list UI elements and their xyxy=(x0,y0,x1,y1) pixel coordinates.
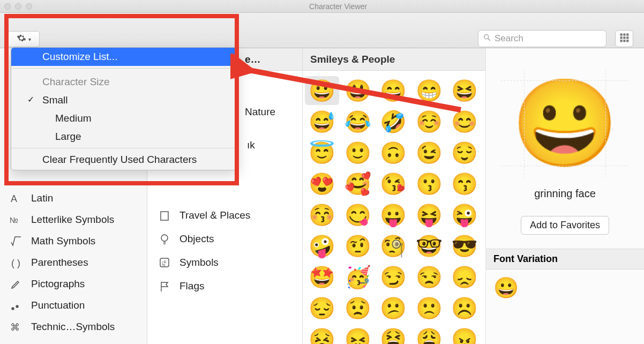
svg-text:%: % xyxy=(162,263,165,267)
sidebar-item-letterlike[interactable]: № Letterlike Symbols xyxy=(0,209,147,230)
emoji-cell[interactable]: 😌 xyxy=(447,138,482,167)
row-fragment-nature: Nature xyxy=(245,106,275,118)
emoji-grid: 😀😃😄😁😆😅😂🤣☺️😊😇🙂🙃😉😌😍🥰😘😗😙😚😋😛😝😜🤪🤨🧐🤓😎🤩🥳😏😒😞😔😟😕🙁… xyxy=(303,71,485,344)
emoji-cell[interactable]: 😝 xyxy=(412,200,446,229)
bulb-icon xyxy=(157,231,172,246)
subcategory-objects[interactable]: Objects xyxy=(147,227,302,251)
emoji-cell[interactable]: 😂 xyxy=(341,107,375,136)
sidebar-item-technical[interactable]: ⌘ Technic…Symbols xyxy=(0,316,147,338)
emoji-cell[interactable]: 🥰 xyxy=(341,169,375,198)
emoji-cell[interactable]: ☺️ xyxy=(412,107,446,136)
add-to-favorites-button[interactable]: Add to Favorites xyxy=(521,216,609,235)
emoji-cell[interactable]: 😉 xyxy=(412,138,446,167)
sidebar-item-label: Punctuation xyxy=(31,300,85,311)
emoji-cell[interactable]: 😞 xyxy=(447,263,482,291)
emoji-cell[interactable]: 😖 xyxy=(341,325,375,344)
menu-item-customize-list[interactable]: Customize List... xyxy=(11,48,237,66)
dots-icon xyxy=(9,298,24,313)
emoji-cell[interactable]: 😕 xyxy=(376,294,410,323)
menu-item-large[interactable]: Large xyxy=(11,128,237,146)
search-field[interactable] xyxy=(478,30,606,47)
symbols-icon: ♪&% xyxy=(157,255,172,270)
font-variation-glyph[interactable]: 😀 xyxy=(486,270,644,306)
numero-icon: № xyxy=(9,212,24,227)
close-window[interactable] xyxy=(4,3,11,10)
sidebar-item-punctuation[interactable]: Punctuation xyxy=(0,295,147,316)
emoji-cell[interactable]: 😗 xyxy=(412,169,446,198)
emoji-cell[interactable]: ☹️ xyxy=(447,294,482,323)
emoji-section-header: Smileys & People xyxy=(303,48,485,71)
settings-menu-button[interactable]: ▾ xyxy=(8,31,40,47)
emoji-cell[interactable]: 😒 xyxy=(412,263,446,291)
emoji-cell[interactable]: 😎 xyxy=(447,231,482,260)
sidebar-item-latin[interactable]: A Latin xyxy=(0,188,147,209)
sidebar-item-pictographs[interactable]: Pictographs xyxy=(0,273,147,295)
svg-rect-7 xyxy=(626,36,628,39)
svg-rect-8 xyxy=(620,40,623,42)
emoji-cell[interactable]: 😊 xyxy=(447,107,482,136)
svg-text:⌘: ⌘ xyxy=(10,322,20,333)
emoji-cell[interactable]: 🤪 xyxy=(305,231,339,260)
titlebar: Character Viewer xyxy=(0,0,644,13)
emoji-cell[interactable]: 🥳 xyxy=(341,263,375,291)
svg-line-1 xyxy=(488,39,490,41)
chevron-down-icon: ▾ xyxy=(28,36,31,42)
emoji-cell[interactable]: 😁 xyxy=(412,76,446,105)
emoji-cell[interactable]: 😩 xyxy=(412,325,446,344)
menu-item-clear-frequent[interactable]: Clear Frequently Used Characters xyxy=(11,151,237,169)
emoji-cell[interactable]: 🙃 xyxy=(376,138,410,167)
subcategory-symbols[interactable]: ♪&% Symbols xyxy=(147,251,302,274)
sidebar-item-parentheses[interactable]: ( ) Parentheses xyxy=(0,252,147,273)
emoji-cell[interactable]: 🙂 xyxy=(341,138,375,167)
large-preview: 😀 xyxy=(501,70,630,177)
sidebar-item-label: Latin xyxy=(31,192,53,204)
sidebar-item-math[interactable]: Math Symbols xyxy=(0,230,147,252)
sidebar-item-label: Math Symbols xyxy=(31,235,95,247)
menu-separator xyxy=(11,148,237,148)
svg-point-14 xyxy=(12,308,14,310)
check-icon: ✓ xyxy=(27,94,34,104)
emoji-cell[interactable]: 😀 xyxy=(305,76,339,105)
emoji-cell[interactable]: 😋 xyxy=(341,200,375,229)
subcategory-travel[interactable]: Travel & Places xyxy=(147,204,302,227)
command-icon: ⌘ xyxy=(9,319,24,334)
emoji-cell[interactable]: 😄 xyxy=(376,76,410,105)
zoom-window[interactable] xyxy=(26,3,32,10)
emoji-cell[interactable]: 😇 xyxy=(305,138,339,167)
preview-glyph: 😀 xyxy=(512,80,619,166)
emoji-cell[interactable]: 😔 xyxy=(305,294,339,323)
emoji-cell[interactable]: 🤣 xyxy=(376,107,410,136)
emoji-cell[interactable]: 😃 xyxy=(341,76,375,105)
emoji-cell[interactable]: 😜 xyxy=(447,200,482,229)
emoji-cell[interactable]: 😚 xyxy=(305,200,339,229)
menu-item-medium[interactable]: Medium xyxy=(11,109,237,128)
emoji-cell[interactable]: 🧐 xyxy=(376,231,410,260)
svg-point-15 xyxy=(16,305,18,308)
emoji-cell[interactable]: 😟 xyxy=(341,294,375,323)
emoji-cell[interactable]: 🙁 xyxy=(412,294,446,323)
emoji-cell[interactable]: 😍 xyxy=(305,169,339,198)
settings-menu: Customize List... Character Size ✓ Small… xyxy=(11,47,238,170)
svg-rect-5 xyxy=(620,36,623,39)
svg-rect-3 xyxy=(623,34,625,36)
emoji-cell[interactable]: 😫 xyxy=(376,325,410,344)
menu-item-small[interactable]: ✓ Small xyxy=(11,91,237,109)
emoji-cell[interactable]: 😆 xyxy=(447,76,482,105)
emoji-cell[interactable]: 😏 xyxy=(376,263,410,291)
toggle-compact-button[interactable] xyxy=(615,30,633,47)
emoji-cell[interactable]: 🤩 xyxy=(305,263,339,291)
emoji-cell[interactable]: 😠 xyxy=(447,325,482,344)
sidebar-item-label: Letterlike Symbols xyxy=(31,214,114,226)
emoji-cell[interactable]: 🤨 xyxy=(341,231,375,260)
emoji-cell[interactable]: 🤓 xyxy=(412,231,446,260)
svg-rect-4 xyxy=(626,34,628,36)
emoji-cell[interactable]: 😛 xyxy=(376,200,410,229)
emoji-cell[interactable]: 😅 xyxy=(305,107,339,136)
emoji-cell[interactable]: 😘 xyxy=(376,169,410,198)
subcategory-flags[interactable]: Flags xyxy=(147,274,302,298)
search-input[interactable] xyxy=(495,33,602,44)
emoji-cell[interactable]: 😣 xyxy=(305,325,339,344)
emoji-cell[interactable]: 😙 xyxy=(447,169,482,198)
minimize-window[interactable] xyxy=(15,3,21,10)
detail-column: 😀 grinning face Add to Favorites Font Va… xyxy=(486,48,644,344)
